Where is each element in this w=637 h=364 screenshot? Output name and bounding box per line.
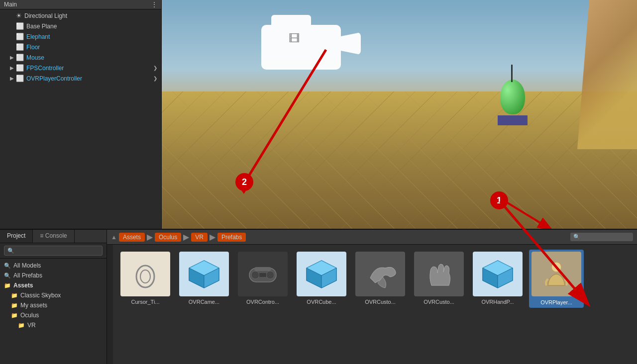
- svg-point-4: [136, 266, 154, 287]
- svg-point-12: [251, 271, 259, 279]
- assets-search-input[interactable]: [4, 246, 103, 256]
- hierarchy-label-base-plane: Base Plane: [26, 23, 57, 30]
- folder-icon-oculus: 📁: [11, 312, 18, 319]
- tree-label-my-assets: My assets: [20, 302, 47, 309]
- project-scrollbar[interactable]: [107, 245, 113, 364]
- bottom-tabs: Project ≡ Console: [0, 230, 106, 243]
- tree-label-all-models: All Models: [13, 262, 41, 269]
- egg-stick: [511, 65, 513, 82]
- tree-label-classic-skybox: Classic Skybox: [20, 292, 61, 299]
- asset-label-ovr-custo2: OVRCusto...: [424, 299, 454, 305]
- hierarchy-item-directional-light[interactable]: ☀ Directional Light: [0, 10, 161, 21]
- asset-thumbnail-cursor-ti: [120, 252, 170, 296]
- folder-icon-classic-skybox: 📁: [11, 292, 18, 299]
- breadcrumb-arrow: ▲: [111, 234, 117, 241]
- tree-item-all-prefabs[interactable]: 🔍 All Prefabs: [0, 271, 106, 280]
- breadcrumb-sep-3: ▶: [210, 232, 215, 242]
- hierarchy-panel: Main ⋮ ☀ Directional Light ⬜ Base Plane …: [0, 0, 162, 229]
- tree-item-classic-skybox[interactable]: 📁 Classic Skybox: [0, 290, 106, 300]
- asset-thumbnail-ovr-custo1: [355, 252, 405, 296]
- hierarchy-title: Main: [4, 1, 17, 8]
- brick-floor: [162, 91, 637, 229]
- expand-arrow-ovr: ▶: [10, 76, 16, 81]
- asset-item-ovr-control[interactable]: OVRContro...: [235, 250, 290, 307]
- asset-label-ovr-custo1: OVRCusto...: [365, 299, 396, 305]
- scene-view: 🎞: [162, 0, 637, 229]
- asset-item-ovr-handp[interactable]: OVRHandP...: [470, 250, 525, 307]
- project-search-icon: 🔍: [573, 234, 580, 240]
- search-icon-all-models: 🔍: [4, 263, 11, 269]
- breadcrumb-sep-1: ▶: [147, 232, 153, 242]
- asset-thumbnail-ovr-cube: [297, 252, 346, 296]
- asset-item-ovr-custo2[interactable]: OVRCusto...: [412, 250, 466, 307]
- breadcrumb-sep-2: ▶: [183, 232, 189, 242]
- asset-item-ovr-came[interactable]: OVRCame...: [177, 250, 231, 307]
- tree-item-assets[interactable]: 📁 Assets: [0, 280, 106, 290]
- hierarchy-label-mouse: Mouse: [26, 54, 44, 61]
- tree-item-all-models[interactable]: 🔍 All Models: [0, 261, 106, 271]
- hierarchy-item-elephant[interactable]: ⬜ Elephant: [0, 31, 161, 42]
- project-search-box[interactable]: 🔍: [570, 233, 633, 241]
- hierarchy-label-directional-light: Directional Light: [24, 12, 67, 19]
- asset-thumbnail-ovr-handp: [473, 252, 523, 296]
- tree-item-my-assets[interactable]: 📁 My assets: [0, 300, 106, 310]
- bottom-area: Project ≡ Console 🔍 All Models 🔍 All Pre…: [0, 229, 637, 364]
- folder-icon-my-assets: 📁: [11, 302, 18, 309]
- folder-icon-vr: 📁: [18, 322, 25, 329]
- svg-rect-11: [254, 267, 271, 271]
- ovr-custo1-svg: [363, 258, 398, 290]
- hierarchy-item-fps-controller[interactable]: ▶ ⬜ FPSController ❯: [0, 63, 161, 73]
- breadcrumb-assets[interactable]: Assets: [119, 233, 145, 242]
- breadcrumb-oculus[interactable]: Oculus: [155, 233, 181, 242]
- asset-item-cursor-ti[interactable]: Cursor_Ti...: [118, 250, 173, 307]
- tab-console[interactable]: ≡ Console: [33, 230, 74, 243]
- hierarchy-label-fps: FPSController: [26, 65, 64, 72]
- chevron-right-fps: ❯: [153, 65, 157, 71]
- cube-icon-floor: ⬜: [16, 43, 24, 51]
- project-search-input[interactable]: [580, 234, 630, 240]
- hierarchy-label-elephant: Elephant: [26, 33, 50, 40]
- tree-item-vr[interactable]: 📁 VR: [0, 320, 106, 330]
- breadcrumb-vr[interactable]: VR: [191, 233, 208, 242]
- asset-label-ovr-player: OVRPlayer...: [538, 299, 574, 306]
- asset-item-ovr-player[interactable]: OVRPlayer...: [529, 250, 584, 308]
- search-icon-all-prefabs: 🔍: [4, 273, 11, 279]
- assets-tree: 🔍 All Models 🔍 All Prefabs 📁 Assets 📁 Cl…: [0, 259, 106, 332]
- ovr-cube-svg: [304, 258, 339, 290]
- tree-label-oculus: Oculus: [20, 312, 39, 319]
- viewport: 🎞: [162, 0, 637, 229]
- breadcrumb-prefabs[interactable]: Prefabs: [217, 233, 246, 242]
- assets-search-bar[interactable]: [0, 243, 106, 259]
- asset-label-ovr-came: OVRCame...: [189, 299, 219, 305]
- hierarchy-label-floor: Floor: [26, 44, 40, 51]
- hierarchy-header: Main ⋮: [0, 0, 161, 9]
- cursor-ti-svg: [133, 259, 158, 289]
- tree-item-oculus[interactable]: 📁 Oculus: [0, 310, 106, 320]
- tree-label-assets: Assets: [13, 282, 33, 289]
- asset-item-ovr-custo1[interactable]: OVRCusto...: [353, 250, 408, 307]
- tab-project[interactable]: Project: [0, 230, 33, 243]
- svg-point-23: [551, 262, 561, 272]
- hierarchy-item-ovr-player-controller[interactable]: ▶ ⬜ OVRPlayerController ❯: [0, 73, 161, 84]
- assets-sidebar: Project ≡ Console 🔍 All Models 🔍 All Pre…: [0, 230, 107, 364]
- asset-label-ovr-control: OVRContro...: [246, 299, 279, 305]
- ovr-control-svg: [245, 258, 280, 290]
- project-panel: ▲ Assets ▶ Oculus ▶ VR ▶ Prefabs 🔍: [107, 230, 637, 364]
- camera-lens: [338, 32, 361, 55]
- project-scroll-area: Cursor_Ti... OVRCame...: [107, 245, 637, 364]
- ovr-handp-cube-svg: [480, 258, 515, 290]
- hierarchy-item-mouse[interactable]: ▶ ⬜ Mouse: [0, 52, 161, 63]
- asset-thumbnail-ovr-player: [531, 252, 581, 296]
- camera-body: 🎞: [261, 25, 341, 70]
- asset-thumbnail-ovr-came: [179, 252, 229, 296]
- hierarchy-menu-icon[interactable]: ⋮: [151, 1, 157, 8]
- hierarchy-item-base-plane[interactable]: ⬜ Base Plane: [0, 21, 161, 31]
- cube-icon-ovr: ⬜: [16, 75, 24, 82]
- egg-pedestal: [498, 115, 528, 125]
- asset-item-ovr-cube[interactable]: OVRCube...: [294, 250, 349, 307]
- project-header-bar: ▲ Assets ▶ Oculus ▶ VR ▶ Prefabs 🔍: [107, 230, 637, 245]
- camera-film-icon: 🎞: [289, 32, 300, 45]
- ovr-custo2-svg: [422, 258, 456, 290]
- hierarchy-item-floor[interactable]: ⬜ Floor: [0, 42, 161, 52]
- expand-arrow-fps: ▶: [10, 65, 16, 71]
